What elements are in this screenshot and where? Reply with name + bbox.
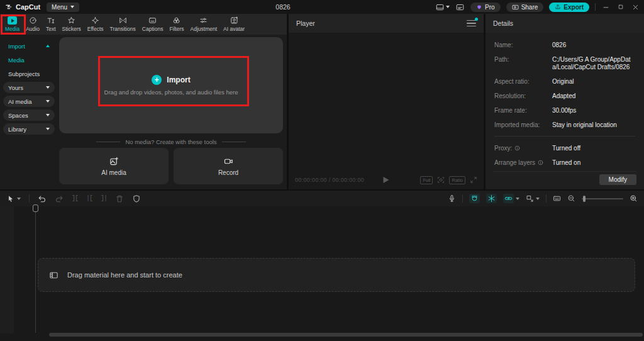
ratio-button[interactable]: Ratio [449, 176, 465, 184]
sidebar-item-yours[interactable]: Yours [3, 82, 55, 93]
captions-tab-icon [148, 16, 157, 25]
zoom-fit-button[interactable] [437, 176, 445, 184]
sidebar-item-subprojects[interactable]: Subprojects [3, 68, 55, 79]
detail-value: Adapted [552, 92, 575, 100]
main-track-magnet-toggle[interactable] [486, 194, 497, 203]
tab-label: Audio [26, 26, 40, 32]
transitions-tab-icon [119, 16, 127, 25]
details-body: Name: 0826 Path: C:/Users/G A Group/AppD… [486, 33, 644, 189]
sidebar-item-media[interactable]: Media [3, 54, 55, 65]
tab-stickers[interactable]: Stickers [59, 16, 84, 33]
notification-dot [475, 18, 478, 21]
chevron-down-icon [46, 86, 50, 89]
zoom-out-button[interactable] [567, 194, 575, 203]
delete-right-button[interactable]: ]| [101, 196, 107, 202]
timeline-dropzone[interactable]: Drag material here and start to create [38, 258, 635, 292]
capcut-logo-icon [5, 3, 13, 11]
chevron-down-icon [46, 128, 50, 130]
delete-button[interactable] [115, 194, 124, 203]
snapping-toggle[interactable] [469, 194, 480, 203]
tab-captions[interactable]: Captions [139, 16, 167, 33]
pro-gem-icon [476, 4, 482, 10]
maximize-button[interactable] [618, 4, 624, 10]
tab-label: AI avatar [223, 26, 245, 32]
tab-ai-avatar[interactable]: AI avatar [220, 16, 248, 33]
tab-transitions[interactable]: Transitions [107, 16, 139, 33]
modify-button[interactable]: Modify [599, 174, 636, 185]
edit-tools-button[interactable] [526, 194, 540, 203]
tab-media[interactable]: Media [2, 16, 23, 33]
detail-row-path: Path: C:/Users/G A Group/AppData/Local/C… [494, 56, 635, 71]
player-panel: Player 00:00:00:00 / 00:00:00:00 Full Ra… [289, 14, 484, 189]
track-height-button[interactable] [553, 194, 561, 203]
close-button[interactable] [632, 4, 639, 11]
playhead-handle[interactable] [33, 204, 38, 212]
timeline-drop-hint: Drag material here and start to create [67, 271, 182, 279]
ai-media-card[interactable]: AI media [59, 148, 169, 184]
tab-label: Stickers [62, 26, 81, 32]
no-media-text: No media? Create with these tools [125, 138, 216, 145]
player-header: Player [289, 14, 484, 33]
delete-left-button[interactable]: |[ [86, 196, 92, 202]
detail-label: Aspect ratio: [494, 78, 530, 86]
tab-filters[interactable]: Filters [166, 16, 187, 33]
tab-text[interactable]: Text [43, 16, 59, 33]
redo-button[interactable] [55, 194, 64, 203]
detail-label: Proxy: [494, 145, 512, 152]
play-button[interactable] [384, 177, 389, 183]
minimize-button[interactable] [602, 4, 609, 11]
export-button[interactable]: Export [549, 3, 589, 12]
tab-label: Media [5, 26, 19, 32]
sidebar-item-library[interactable]: Library [3, 123, 55, 135]
chevron-up-icon [46, 45, 50, 47]
cursor-icon [6, 194, 15, 203]
menu-button[interactable]: Menu [47, 3, 79, 12]
sidebar-item-import[interactable]: Import [3, 40, 55, 52]
timeline-zoom-slider[interactable] [582, 198, 623, 199]
info-icon[interactable] [538, 160, 543, 165]
player-menu-button[interactable] [467, 20, 476, 27]
slider-handle[interactable] [583, 196, 586, 202]
details-footer-divider [493, 171, 636, 172]
zoom-in-button[interactable] [630, 194, 638, 203]
detail-label: Imported media: [494, 121, 540, 129]
tab-adjustment[interactable]: Adjustment [187, 16, 221, 33]
linking-toggle[interactable] [503, 194, 519, 203]
horizontal-scrollbar[interactable] [49, 333, 643, 337]
audio-tab-icon [29, 16, 37, 25]
export-label: Export [564, 4, 584, 11]
detail-label: Resolution: [494, 92, 526, 100]
shield-check-button[interactable] [132, 194, 141, 203]
magnet-icon [470, 194, 479, 203]
fullscreen-button[interactable] [470, 176, 477, 184]
export-icon [555, 4, 561, 10]
effects-tab-icon [91, 16, 99, 25]
timeline-area[interactable]: Drag material here and start to create [0, 206, 644, 341]
detail-row-imported-media: Imported media: Stay in original locatio… [494, 121, 635, 129]
detail-value: Original [552, 78, 574, 86]
info-icon[interactable] [514, 145, 520, 151]
tab-label: Captions [142, 26, 164, 32]
import-dropzone[interactable]: + Import Drag and drop videos, photos, a… [59, 37, 283, 133]
media-content: + Import Drag and drop videos, photos, a… [58, 35, 287, 189]
full-quality-button[interactable]: Full [420, 176, 433, 184]
sidebar-item-spaces[interactable]: Spaces [3, 109, 55, 121]
tab-label: Adjustment [191, 26, 218, 32]
select-tool-button[interactable] [6, 194, 21, 203]
undo-button[interactable] [38, 194, 47, 203]
share-label: Share [521, 4, 538, 11]
voiceover-mic-button[interactable] [448, 194, 456, 203]
compact-layout-button[interactable] [455, 3, 465, 11]
split-button[interactable]: ][ [72, 196, 78, 202]
layout-icon [435, 3, 445, 11]
top-bar: CapCut Menu 0826 Pro Share Export [0, 0, 644, 14]
detail-row-aspect-ratio: Aspect ratio: Original [494, 78, 635, 86]
layout-switch-button[interactable] [435, 3, 450, 11]
pro-button[interactable]: Pro [470, 3, 501, 12]
record-card[interactable]: Record [174, 148, 283, 184]
tab-effects[interactable]: Effects [84, 16, 107, 33]
sidebar-item-ai-media[interactable]: AI media [3, 96, 55, 107]
details-panel: Details Name: 0826 Path: C:/Users/G A Gr… [486, 14, 644, 189]
tab-audio[interactable]: Audio [23, 16, 43, 33]
share-button[interactable]: Share [506, 3, 544, 12]
